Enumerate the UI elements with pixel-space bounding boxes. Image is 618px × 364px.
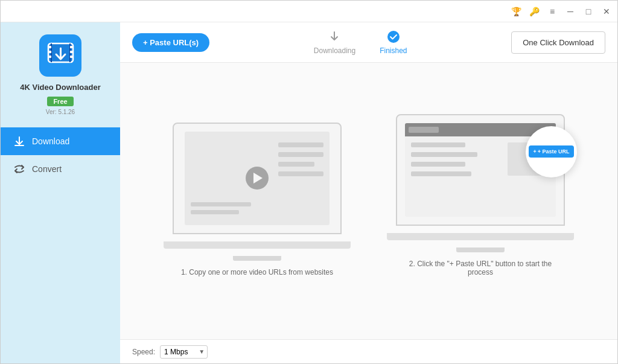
convert-nav-icon <box>13 162 26 176</box>
key-icon[interactable]: 🔑 <box>528 5 540 18</box>
paste-url-popup-label: + Paste URL <box>538 148 570 155</box>
app-body: 4K Video Downloader Free Ver: 5.1.26 Dow… <box>1 22 617 363</box>
finished-tab-label: Finished <box>380 46 407 55</box>
free-badge: Free <box>47 97 73 106</box>
svg-rect-6 <box>49 56 51 58</box>
close-icon[interactable]: ✕ <box>600 5 613 18</box>
minimize-icon[interactable]: ─ <box>564 5 576 18</box>
caption-2: 2. Click the "+ Paste URL" button to sta… <box>396 260 565 276</box>
maximize-icon[interactable]: □ <box>582 5 594 18</box>
content-area: 1. Copy one or more video URLs from webs… <box>120 63 617 339</box>
svg-rect-7 <box>70 46 72 48</box>
title-bar: 🏆 🔑 ≡ ─ □ ✕ <box>1 1 617 22</box>
illustration-paste-url: + + Paste URL 2. Click the "+ Paste URL"… <box>387 114 574 276</box>
toolbar-tabs: Downloading Finished <box>221 30 499 55</box>
app-name: 4K Video Downloader <box>20 83 100 93</box>
svg-rect-9 <box>70 56 72 58</box>
menu-icon[interactable]: ≡ <box>546 5 558 18</box>
tab-downloading[interactable]: Downloading <box>314 30 355 55</box>
tab-finished[interactable]: Finished <box>380 30 407 55</box>
main-content: + Paste URL(s) Downloading <box>120 22 617 363</box>
title-bar-icons: 🏆 🔑 ≡ ─ □ ✕ <box>510 5 613 18</box>
sidebar-nav: Download Convert <box>1 127 120 183</box>
svg-point-10 <box>387 31 400 43</box>
version-label: Ver: 5.1.26 <box>46 109 75 115</box>
illustrations: 1. Copy one or more video URLs from webs… <box>164 114 574 276</box>
svg-rect-4 <box>49 46 51 48</box>
sidebar-item-download[interactable]: Download <box>1 127 120 155</box>
illustration-frame-1 <box>173 123 342 234</box>
trophy-icon[interactable]: 🏆 <box>510 5 522 18</box>
toolbar: + Paste URL(s) Downloading <box>120 22 617 63</box>
svg-rect-5 <box>49 51 51 53</box>
speed-label: Speed: <box>132 348 155 356</box>
speed-select-wrapper: 1 Mbps 2 Mbps 5 Mbps 10 Mbps Unlimited ▼ <box>160 345 208 359</box>
speed-select[interactable]: 1 Mbps 2 Mbps 5 Mbps 10 Mbps Unlimited <box>160 345 208 359</box>
downloading-tab-icon <box>327 30 342 44</box>
svg-rect-8 <box>70 51 72 53</box>
sidebar: 4K Video Downloader Free Ver: 5.1.26 Dow… <box>1 22 120 363</box>
caption-1: 1. Copy one or more video URLs from webs… <box>181 268 333 276</box>
app-logo <box>39 34 81 77</box>
download-nav-label: Download <box>32 136 69 146</box>
download-nav-icon <box>13 135 26 148</box>
sidebar-item-convert[interactable]: Convert <box>1 155 120 183</box>
status-bar: Speed: 1 Mbps 2 Mbps 5 Mbps 10 Mbps Unli… <box>120 339 617 363</box>
illustration-copy-url: 1. Copy one or more video URLs from webs… <box>164 123 351 276</box>
finished-tab-icon <box>386 30 401 44</box>
paste-url-button[interactable]: + Paste URL(s) <box>132 33 209 52</box>
illustration-frame-2: + + Paste URL <box>396 114 565 226</box>
one-click-download-button[interactable]: One Click Download <box>511 31 605 54</box>
convert-nav-label: Convert <box>32 164 62 174</box>
downloading-tab-label: Downloading <box>314 46 355 55</box>
